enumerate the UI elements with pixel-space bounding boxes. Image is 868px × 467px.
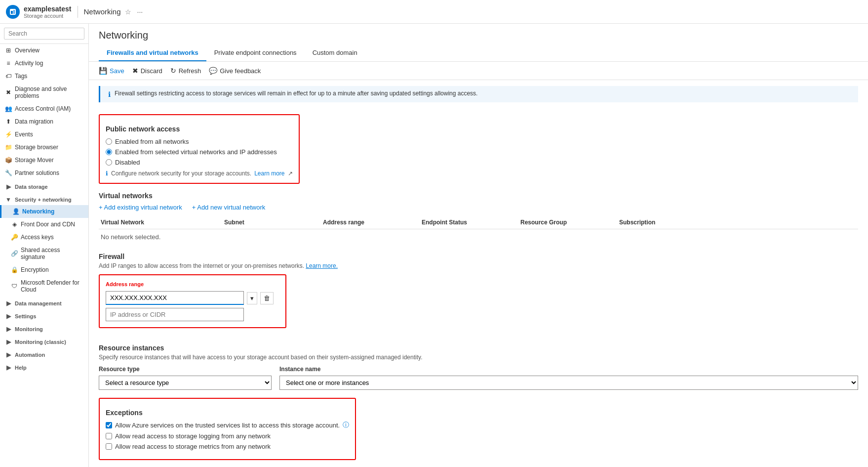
more-icon[interactable]: ··· bbox=[137, 8, 143, 16]
radio-selected-networks[interactable]: Enabled from selected virtual networks a… bbox=[106, 148, 293, 156]
resource-type-label: Resource type bbox=[99, 366, 272, 373]
info-note-icon: ℹ bbox=[106, 170, 108, 177]
sidebar-item-access-control[interactable]: 👥 Access Control (IAM) bbox=[0, 102, 88, 115]
sidebar-section-monitoring[interactable]: ▶ Monitoring bbox=[0, 322, 88, 335]
refresh-button[interactable]: ↻ Refresh bbox=[170, 67, 201, 75]
firewall-title: Firewall bbox=[99, 253, 858, 260]
sidebar-item-label: Settings bbox=[15, 313, 36, 319]
sidebar-item-front-door[interactable]: ◈ Front Door and CDN bbox=[0, 218, 88, 231]
sidebar-item-data-migration[interactable]: ⬆ Data migration bbox=[0, 115, 88, 128]
radio-disabled-label: Disabled bbox=[115, 159, 140, 166]
partner-solutions-icon: 🔧 bbox=[5, 170, 12, 176]
firewall-description: Add IP ranges to allow access from the i… bbox=[99, 262, 858, 269]
firewall-learn-more-link[interactable]: Learn more. bbox=[306, 262, 338, 269]
instance-name-select[interactable]: Select one or more instances bbox=[279, 376, 858, 390]
resource-instances-grid: Resource type Select a resource type Ins… bbox=[99, 366, 858, 390]
sidebar-item-defender[interactable]: 🛡 Microsoft Defender for Cloud bbox=[0, 276, 88, 296]
tab-custom-domain[interactable]: Custom domain bbox=[305, 45, 365, 61]
sidebar-item-label: Overview bbox=[15, 47, 39, 54]
discard-button[interactable]: ✖ Discard bbox=[132, 67, 162, 75]
sidebar-item-label: Tags bbox=[15, 73, 27, 80]
add-new-vnet-link[interactable]: + Add new virtual network bbox=[192, 204, 266, 211]
col-resource-group: Resource Group bbox=[518, 219, 617, 226]
address-input-row: ▾ 🗑 bbox=[106, 291, 279, 305]
address-range-delete[interactable]: 🗑 bbox=[260, 292, 274, 304]
address-range-input[interactable] bbox=[106, 291, 244, 305]
settings-expand-icon: ▶ bbox=[5, 313, 12, 320]
sidebar-item-label: Storage Mover bbox=[15, 157, 54, 164]
add-existing-vnet-link[interactable]: + Add existing virtual network bbox=[99, 204, 182, 211]
sidebar-item-diagnose[interactable]: ✖ Diagnose and solve problems bbox=[0, 83, 88, 102]
sidebar-item-tags[interactable]: 🏷 Tags bbox=[0, 70, 88, 83]
exception-trusted-services-label: Allow Azure services on the trusted serv… bbox=[115, 422, 340, 429]
sidebar-item-partner-solutions[interactable]: 🔧 Partner solutions bbox=[0, 167, 88, 179]
svg-rect-2 bbox=[13, 10, 15, 14]
events-icon: ⚡ bbox=[5, 131, 12, 138]
sidebar-item-overview[interactable]: ⊞ Overview bbox=[0, 44, 88, 57]
sidebar-item-storage-browser[interactable]: 📁 Storage browser bbox=[0, 141, 88, 154]
sidebar-item-label: Security + networking bbox=[15, 197, 72, 203]
save-button[interactable]: 💾 Save bbox=[99, 67, 124, 75]
sidebar-item-storage-mover[interactable]: 📦 Storage Mover bbox=[0, 154, 88, 167]
sidebar-section-security[interactable]: ▼ Security + networking bbox=[0, 192, 88, 205]
sidebar-section-data-storage[interactable]: ▶ Data storage bbox=[0, 179, 88, 192]
exception-trusted-services[interactable]: Allow Azure services on the trusted serv… bbox=[106, 421, 349, 429]
radio-disabled[interactable]: Disabled bbox=[106, 159, 293, 166]
sidebar-item-shared-access[interactable]: 🔗 Shared access signature bbox=[0, 244, 88, 263]
sidebar-item-label: Data migration bbox=[15, 118, 53, 125]
sidebar-item-networking[interactable]: 👤 Networking bbox=[0, 205, 88, 218]
learn-more-link[interactable]: Learn more bbox=[254, 170, 284, 177]
info-banner-text: Firewall settings restricting access to … bbox=[115, 90, 477, 97]
tab-firewalls[interactable]: Firewalls and virtual networks bbox=[99, 45, 206, 61]
star-icon[interactable]: ☆ bbox=[125, 8, 131, 16]
data-management-expand-icon: ▶ bbox=[5, 300, 12, 307]
sidebar-item-activity-log[interactable]: ≡ Activity log bbox=[0, 57, 88, 70]
exceptions-box: Exceptions Allow Azure services on the t… bbox=[99, 398, 356, 460]
resource-name: examplesatest bbox=[24, 5, 72, 13]
sidebar-section-automation[interactable]: ▶ Automation bbox=[0, 347, 88, 360]
exception-read-metrics-label: Allow read access to storage metrics fro… bbox=[115, 443, 271, 450]
sidebar-item-encryption[interactable]: 🔒 Encryption bbox=[0, 263, 88, 276]
sidebar-search-container bbox=[0, 24, 88, 44]
activity-log-icon: ≡ bbox=[5, 60, 12, 67]
resource-type-select[interactable]: Select a resource type bbox=[99, 376, 272, 390]
tab-private-endpoint[interactable]: Private endpoint connections bbox=[206, 45, 305, 61]
data-storage-expand-icon: ▶ bbox=[5, 183, 12, 190]
address-range-dropdown[interactable]: ▾ bbox=[247, 292, 257, 304]
exception-read-logging[interactable]: Allow read access to storage logging fro… bbox=[106, 432, 349, 440]
content-body: Public network access Enabled from all n… bbox=[89, 108, 868, 467]
resource-type-col: Resource type Select a resource type bbox=[99, 366, 272, 390]
sidebar-section-settings[interactable]: ▶ Settings bbox=[0, 309, 88, 322]
virtual-network-table-header: Virtual Network Subnet Address range End… bbox=[99, 216, 858, 229]
sidebar-item-label: Partner solutions bbox=[15, 170, 59, 176]
tab-bar: Firewalls and virtual networks Private e… bbox=[99, 45, 858, 61]
instance-name-label: Instance name bbox=[279, 366, 858, 373]
topbar-page-title: Networking bbox=[84, 7, 121, 16]
public-network-access-box: Public network access Enabled from all n… bbox=[99, 114, 300, 184]
col-endpoint-status: Endpoint Status bbox=[420, 219, 518, 226]
sidebar-item-events[interactable]: ⚡ Events bbox=[0, 128, 88, 141]
exception-read-metrics[interactable]: Allow read access to storage metrics fro… bbox=[106, 443, 349, 450]
defender-icon: 🛡 bbox=[11, 283, 18, 290]
content-header: Networking Firewalls and virtual network… bbox=[89, 24, 868, 62]
sidebar-section-monitoring-classic[interactable]: ▶ Monitoring (classic) bbox=[0, 335, 88, 347]
radio-selected-networks-label: Enabled from selected virtual networks a… bbox=[115, 148, 277, 156]
monitoring-classic-expand-icon: ▶ bbox=[5, 339, 12, 345]
sidebar-section-data-management[interactable]: ▶ Data management bbox=[0, 296, 88, 309]
public-network-info-note: ℹ Configure network security for your st… bbox=[106, 170, 293, 177]
sidebar-section-help[interactable]: ▶ Help bbox=[0, 360, 88, 373]
networking-icon: 👤 bbox=[12, 208, 19, 215]
sidebar-item-access-keys[interactable]: 🔑 Access keys bbox=[0, 231, 88, 244]
virtual-network-actions: + Add existing virtual network + Add new… bbox=[99, 204, 858, 211]
automation-expand-icon: ▶ bbox=[5, 351, 12, 358]
radio-all-networks[interactable]: Enabled from all networks bbox=[106, 138, 293, 145]
topbar: examplesatest Storage account Networking… bbox=[0, 0, 868, 24]
feedback-button[interactable]: 💬 Give feedback bbox=[209, 67, 261, 75]
search-input[interactable] bbox=[4, 28, 84, 40]
storage-browser-icon: 📁 bbox=[5, 144, 12, 151]
address-cidr-input[interactable] bbox=[106, 308, 244, 321]
external-link-icon: ↗ bbox=[288, 170, 293, 177]
feedback-label: Give feedback bbox=[220, 67, 261, 75]
topbar-divider bbox=[78, 6, 78, 18]
refresh-icon: ↻ bbox=[170, 67, 176, 75]
